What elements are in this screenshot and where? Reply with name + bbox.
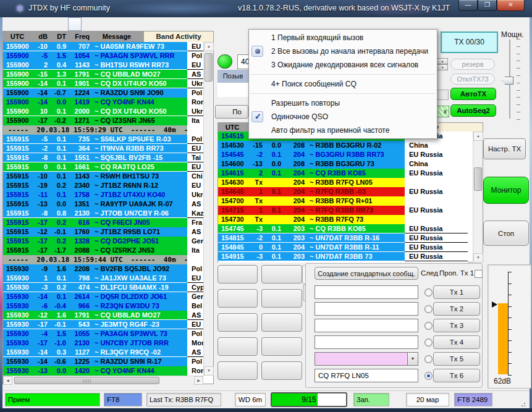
tune-tx-button[interactable]: Настр. TX: [483, 138, 526, 159]
decode-row[interactable]: 155930-30.2474~ DL1FCU 5B4AMX -19Cyp: [3, 283, 203, 292]
decode-row[interactable]: 155915-12-0.11760~ JT1BZ R9SB LO71AS: [3, 227, 203, 237]
decode-row[interactable]: 155915-20.1364~ IT9NVA R3BB RR73EU: [3, 144, 203, 153]
decode-row[interactable]: 155900-100.9707~ UA0SM RA9FEW 73EU: [3, 42, 203, 51]
stop-button[interactable]: Стоп: [483, 221, 529, 246]
action-button[interactable]: [217, 265, 258, 284]
menu-bar-item[interactable]: [6, 17, 19, 31]
scrollbar-thumb[interactable]: [14, 377, 159, 384]
tx-message-input[interactable]: ▼: [315, 335, 418, 349]
scrollbar-thumb[interactable]: [205, 53, 213, 82]
decode-row[interactable]: 155930-17-0.1543~ JE3MTQ RG4F -23EU: [3, 320, 203, 329]
scroll-down-icon[interactable]: ▼: [473, 253, 483, 263]
decode-row[interactable]: 155930-140.12614~ DQ5R DL2DXD JO61Ger: [3, 292, 203, 301]
tx-button[interactable]: Tx 1: [433, 285, 480, 299]
decode-row[interactable]: 155915-80.11551~ SQ5JBL BV2FB -15Tai: [3, 153, 203, 162]
band-vertical-scrollbar[interactable]: ▲ ▼: [203, 42, 213, 376]
scroll-up-icon[interactable]: ▲: [473, 132, 483, 141]
tx-message-input[interactable]: CQ R7FQ LN05▼: [315, 369, 418, 382]
menu-bar-item[interactable]: [94, 17, 106, 31]
action-button[interactable]: [217, 361, 258, 380]
rx-vertical-scrollbar[interactable]: ▲ ▼: [473, 132, 483, 263]
menu-item[interactable]: [250, 69, 436, 75]
action-button[interactable]: [217, 289, 258, 308]
scroll-up-icon[interactable]: ▲: [204, 42, 214, 51]
scroll-down-icon[interactable]: ▼: [204, 366, 214, 376]
monitor-button[interactable]: Монитор: [483, 177, 529, 204]
decode-row[interactable]: 155930-130.01420~ CQ YO4NF KN44Rom: [3, 366, 203, 376]
disable-tx73-button[interactable]: ОтклTX73: [450, 74, 495, 85]
action-button[interactable]: [217, 337, 258, 356]
decode-row[interactable]: 154530-150.0208~ R3BB BG3GRU R-02China: [218, 141, 468, 150]
decode-row[interactable]: 155930-14-0.61225~ RA3ZDU SN9I R-17Pol: [3, 357, 203, 366]
decode-row[interactable]: 155900-140.11901~ CQ DX UT4UO KO50Ukr: [3, 79, 203, 88]
decode-row[interactable]: 155900100.12000~ CQ DX UT4UO KO50Ukr: [3, 107, 203, 116]
decode-row[interactable]: 155915-17-1.72088~ CQ IZ5RKZ JN53Ita: [3, 246, 203, 255]
decode-row[interactable]: 155915-100.11143~ R5WH BH1TSU 73Chi: [3, 172, 203, 181]
decode-row[interactable]: 155915-80.82130~ JT7OB UN7CBY R-06Kaz: [3, 209, 203, 218]
decode-row[interactable]: 155915-170.2616~ CQ F6ECI JN05Fra: [3, 218, 203, 227]
next-radio[interactable]: [424, 322, 433, 330]
tx-message-input[interactable]: ▼: [315, 302, 418, 316]
next-radio[interactable]: [424, 288, 433, 296]
menu-bar-item[interactable]: [56, 17, 68, 31]
spinner-up-icon[interactable]: ▲: [437, 58, 448, 64]
decode-row[interactable]: 155915-110.11758~ JT1BZ UT4XU KO40Ukr: [3, 190, 203, 200]
minimize-button[interactable]: —: [458, 0, 478, 11]
menu-item[interactable]: 1 Первый входящий вызов: [249, 31, 437, 44]
decode-row[interactable]: 155915-190.22340~ JT1BZ R6NN R-12EU: [3, 181, 203, 190]
decode-row[interactable]: 154815-20.1203~ UN7DAT R3BB R-16EU Russi…: [218, 233, 468, 243]
next-radio[interactable]: [424, 338, 433, 347]
menu-item[interactable]: Авто фильтр на приемной частоте: [249, 124, 437, 137]
decode-row[interactable]: 155930-41.51055~ PA3AGN SP3WVL 73Pol: [3, 329, 203, 338]
maximize-button[interactable]: ❐: [478, 0, 497, 11]
decode-row[interactable]: 155900-151.31791~ CQ UB8LAD MO27AS: [3, 70, 203, 79]
decode-row[interactable]: 155930-91.62208~ BV2FB SQ5JBL JO92Pol: [3, 264, 203, 274]
decode-row[interactable]: 15593010.1798~ JA1JXW UA3ALE 73EU: [3, 274, 203, 283]
scroll-left-icon[interactable]: ◀: [3, 376, 12, 385]
next-radio[interactable]: [424, 305, 433, 313]
decode-row[interactable]: 155915-130.01351~ RA9YTP UA9AJK R-07AS: [3, 200, 203, 209]
spinner-down-icon[interactable]: ▼: [437, 64, 448, 70]
decode-row[interactable]: 155900-14-0.71224~ RA3ZDU SN9I JO90Pol: [3, 88, 203, 98]
decode-row[interactable]: 155915-170.21328~ CQ DG2PHE JO51Ger: [3, 237, 203, 246]
action-button[interactable]: [261, 265, 302, 284]
decode-row[interactable]: ----- 20.03.18 15:59:44 UTC ------ 40m -…: [3, 255, 187, 264]
generate-messages-button[interactable]: Создание стандартных сообщ.: [315, 267, 418, 280]
decode-row[interactable]: 155900-51.51054~ PA3AGN SP3WVL RRRPol: [3, 51, 203, 61]
close-button[interactable]: ✕: [497, 0, 525, 11]
decode-row[interactable]: 155900-140.01419~ CQ YO4NF KN44Rom: [3, 98, 203, 107]
decode-row[interactable]: 15591500.11661~ CQ RA3TQ LO25EU: [3, 162, 203, 172]
action-button[interactable]: [261, 289, 302, 308]
decode-row[interactable]: 155915-50.1735~ S56LKP SP5UFE R-03Pol: [3, 135, 203, 144]
menu-bar-item[interactable]: [43, 17, 56, 31]
decode-row[interactable]: 154745-30.1203~ CQ R3BB KO85EU Russia: [218, 224, 468, 233]
action-button[interactable]: [261, 313, 302, 332]
tx-button[interactable]: Tx 5: [433, 352, 480, 366]
next-radio[interactable]: [424, 355, 433, 363]
scroll-right-icon[interactable]: ▶: [194, 376, 203, 385]
reserve-button[interactable]: резерв: [450, 59, 495, 70]
menu-item[interactable]: Разрешить повторы: [249, 96, 437, 110]
action-button[interactable]: [217, 313, 258, 332]
decode-row[interactable]: 154700Tx204~ R3BB R7FQ R+01: [218, 196, 468, 206]
decode-row[interactable]: 154730Tx204~ R3BB R7FQ 73: [218, 215, 468, 224]
decode-row[interactable]: 15471510.1204~ R7FQ R3BB RR73EU Russia: [218, 206, 468, 215]
menu-bar-item[interactable]: [19, 17, 31, 31]
tx-message-input[interactable]: ▼: [315, 319, 418, 332]
resize-grip[interactable]: [521, 401, 526, 406]
decode-row[interactable]: 154600-130.0208~ R3BB BG3GRU 73China: [218, 159, 468, 169]
decode-row[interactable]: ----- 20.03.18 15:59:29 UTC ------ 40m -…: [3, 125, 187, 135]
tx-button[interactable]: Tx 4: [433, 335, 480, 349]
menu-item[interactable]: [250, 88, 436, 94]
decode-row[interactable]: 154630Tx204~ R3BB R7FQ LN05: [218, 178, 468, 187]
menu-bar-item[interactable]: [31, 17, 43, 31]
menu-bar-item[interactable]: [82, 17, 94, 31]
title-bar[interactable]: ✻ JTDX by HF community v18.1.0.78.2-RUS,…: [0, 0, 532, 17]
menu-item[interactable]: Одиночное QSO: [249, 110, 437, 124]
autoseq2-button[interactable]: AutoSeq2: [450, 104, 496, 117]
menu-item[interactable]: 2 Все вызовы до начала интервала передач…: [249, 44, 437, 58]
decode-row[interactable]: 155930-17-1.02130~ UN7CBY JT7OB RRRMon: [3, 338, 203, 348]
decode-row[interactable]: 15461520.1204~ CQ R3BB KO85EU Russia: [218, 169, 468, 178]
decode-row[interactable]: 15484500.1204~ UN7DAT R3BB R-11EU Russia: [218, 243, 468, 252]
tx-button[interactable]: Tx 6: [433, 369, 480, 382]
